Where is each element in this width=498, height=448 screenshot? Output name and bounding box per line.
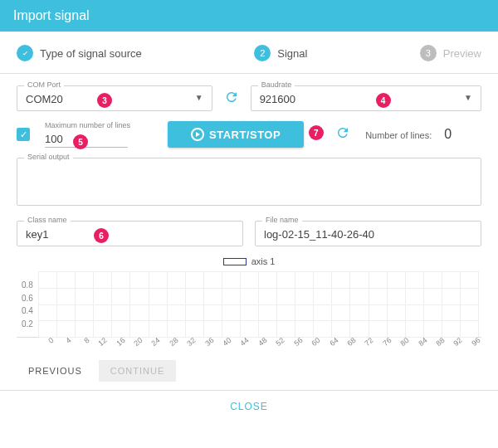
class-name-field[interactable]: Class name key1 6 (17, 221, 243, 246)
dialog-title: Import signal (13, 8, 90, 22)
content-area: COM Port COM20 ▼ 3 Baudrate 921600 ▼ 4 ✓… (0, 74, 498, 348)
step-preview[interactable]: 3 Preview (420, 45, 481, 61)
numlines-label: Number of lines: (365, 130, 432, 140)
button-label: START/STOP (209, 129, 281, 141)
step-label: Signal (277, 47, 307, 60)
field-label: Baudrate (258, 80, 295, 89)
chart-grid (38, 271, 478, 337)
callout-badge-5: 5 (73, 134, 88, 149)
ytick: 0.2 (22, 319, 33, 329)
play-icon (191, 128, 204, 141)
legend-swatch (223, 258, 247, 265)
close-button[interactable]: CLOSE (0, 390, 498, 422)
chevron-down-icon: ▼ (464, 93, 472, 102)
callout-badge-6: 6 (94, 228, 109, 243)
chart-area: axis 1 0.8 0.6 0.4 0.2 04812162024283236… (17, 256, 481, 348)
dialog-header: Import signal (0, 0, 498, 32)
step-signal[interactable]: 2 Signal (254, 45, 307, 61)
numlines-value: 0 (444, 127, 452, 141)
chevron-down-icon: ▼ (195, 93, 203, 102)
serial-output-box: Serial output (17, 158, 481, 206)
baudrate-value: 921600 (260, 90, 295, 105)
field-label: File name (262, 216, 302, 224)
file-name-field[interactable]: File name log-02-15_11-40-26-40 (255, 221, 481, 246)
com-port-value: COM20 (26, 90, 63, 105)
start-stop-button[interactable]: START/STOP 7 (168, 121, 304, 148)
refresh-icon[interactable] (224, 90, 239, 108)
import-signal-dialog: Import signal Type of signal source 2 Si… (0, 0, 498, 422)
step-number-icon: 3 (420, 45, 437, 61)
file-name-value: log-02-15_11-40-26-40 (264, 225, 472, 241)
maxlines-checkbox[interactable]: ✓ (17, 128, 30, 141)
previous-button[interactable]: PREVIOUS (17, 360, 94, 382)
field-label: Serial output (24, 153, 73, 161)
callout-badge-7: 7 (309, 125, 324, 140)
stepper: Type of signal source 2 Signal 3 Preview (0, 32, 498, 74)
continue-button: CONTINUE (99, 360, 176, 382)
number-of-lines: Number of lines: 0 (365, 127, 452, 142)
step-number-icon: 2 (254, 45, 271, 61)
check-icon (17, 45, 33, 61)
ytick: 0.4 (22, 306, 33, 315)
refresh-icon[interactable] (335, 125, 350, 144)
class-name-value: key1 (26, 225, 234, 241)
step-label: Preview (443, 47, 481, 60)
maxlines-field: Maximum number of lines 5 (45, 121, 130, 148)
ytick: 0.8 (22, 280, 33, 289)
ytick: 0.6 (22, 293, 33, 302)
chart-plot: 0.8 0.6 0.4 0.2 (17, 271, 481, 338)
wizard-nav: PREVIOUS CONTINUE (0, 348, 498, 390)
chart-xticks: 0481216202428323640444852566064687276808… (17, 338, 481, 348)
callout-badge-3: 3 (97, 93, 112, 108)
legend-label: axis 1 (251, 256, 276, 266)
com-port-select[interactable]: COM Port COM20 ▼ 3 (17, 85, 212, 111)
step-label: Type of signal source (40, 47, 142, 60)
field-label: Class name (24, 216, 71, 224)
baudrate-select[interactable]: Baudrate 921600 ▼ 4 (251, 85, 481, 111)
step-source[interactable]: Type of signal source (17, 45, 142, 61)
field-label: COM Port (24, 80, 64, 89)
field-label: Maximum number of lines (45, 121, 130, 129)
callout-badge-4: 4 (376, 93, 391, 108)
chart-legend: axis 1 (17, 256, 481, 266)
